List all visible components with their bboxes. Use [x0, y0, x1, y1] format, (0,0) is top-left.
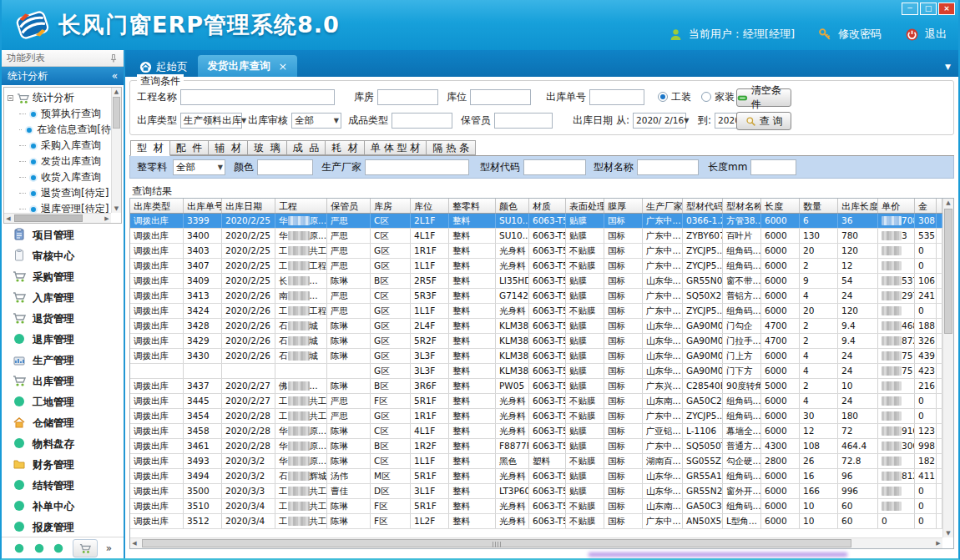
cart-toolbar-button[interactable] [73, 539, 98, 557]
length-input[interactable] [750, 159, 796, 175]
column-header[interactable]: 库位 [411, 199, 449, 213]
scroll-up-icon[interactable]: ▲ [112, 88, 121, 96]
sidebar-item-clipboard[interactable]: 项目管理 [2, 225, 124, 246]
close-button[interactable]: × [938, 3, 955, 15]
table-row[interactable]: 调拨出库34372020/2/27佛...陈琳B区3R6F整料PW056063-… [130, 379, 942, 394]
green-dot-icon[interactable] [53, 542, 64, 554]
logout-link[interactable]: 退出 [925, 27, 947, 42]
sidebar-item-dot[interactable]: 补单中心 [2, 497, 124, 517]
column-header[interactable]: 数量 [800, 199, 838, 213]
table-row[interactable]: 调拨出库34282020/2/26石城陈琳G区2L4F整料KLM38176063… [130, 319, 942, 334]
radio-gongzhuang[interactable]: 工装 [658, 90, 691, 104]
sidebar-item-dot[interactable]: 物料盘存 [2, 434, 124, 455]
column-header[interactable]: 出库单号 [184, 199, 222, 213]
location-input[interactable] [470, 89, 531, 105]
tree-item[interactable]: 采购入库查询 [8, 138, 111, 154]
column-header[interactable]: 膜厚 [604, 199, 643, 213]
radio-jiazhuang[interactable]: 家装 [701, 90, 735, 104]
column-header[interactable]: 长度 [761, 199, 800, 213]
tree-item[interactable]: 发货出库查询 [8, 154, 111, 169]
change-password-link[interactable]: 修改密码 [838, 27, 882, 42]
product-type-input[interactable] [392, 113, 452, 129]
column-header[interactable]: 库房 [371, 199, 411, 213]
tab-close-icon[interactable]: × [279, 60, 288, 73]
scroll-up-icon[interactable]: ▲ [943, 199, 953, 207]
sidebar-item-doc[interactable]: 审核中心 [2, 246, 124, 267]
column-header[interactable]: 出库日期 [222, 199, 275, 213]
outbound-type-select[interactable]: 生产领料出库▼ [180, 113, 242, 129]
column-header[interactable]: 出库长度 [838, 199, 878, 213]
sidebar-item-chart[interactable]: 生产管理 [2, 351, 124, 371]
column-header[interactable]: 表面处理 [566, 199, 604, 213]
more-chevron-icon[interactable]: » [106, 544, 112, 552]
profile-name-input[interactable] [637, 159, 699, 175]
warehouse-input[interactable] [377, 89, 438, 105]
column-header[interactable]: 材质 [529, 199, 566, 213]
tree-vertical-scrollbar[interactable]: ▲ ▼ [111, 88, 121, 213]
zhengling-select[interactable]: 全部▼ [173, 159, 225, 175]
green-dot-icon[interactable] [13, 542, 25, 554]
column-header[interactable]: 工程 [275, 199, 327, 213]
tab-outbound-query[interactable]: 发货出库查询 × [198, 55, 298, 77]
scrollbar-thumb[interactable] [142, 539, 851, 547]
material-tab[interactable]: 型 材 [130, 140, 170, 156]
sidebar-item-cart[interactable]: 出库管理 [2, 371, 124, 392]
maximize-button[interactable]: □ [920, 3, 937, 15]
table-row[interactable]: 调拨出库34072020/2/25工工程严思G区1L1F整料光身料6063-T5… [130, 259, 942, 274]
scroll-right-icon[interactable]: ▶ [103, 214, 111, 224]
sidebar-item-dot[interactable]: 退库管理 [2, 330, 124, 351]
table-row[interactable]: 调拨出库34582020/2/28华原...陈琳C区4L1F整料光身料6063-… [130, 424, 942, 439]
scroll-down-icon[interactable]: ▼ [112, 204, 121, 213]
audit-select[interactable]: 全部▼ [291, 113, 341, 129]
color-input[interactable] [257, 159, 313, 175]
profile-code-input[interactable] [523, 159, 586, 175]
column-header[interactable]: 型材代码 [683, 199, 723, 213]
green-dot-icon[interactable] [33, 542, 45, 554]
table-row[interactable]: G区3L3F整料KLM38176063-T5贴膜国标山东华...GA90M09.… [130, 364, 942, 379]
minimize-button[interactable]: ─ [902, 3, 918, 15]
table-row[interactable]: 调拨出库35102020/3/4工共工程陈琳F区5R1F整料光身料6063-T5… [130, 499, 942, 514]
table-row[interactable]: 调拨出库34612020/2/28华原...陈琳B区1R2F整料F8877FT6… [130, 439, 942, 454]
table-vertical-scrollbar[interactable]: ▲ ▼ [942, 199, 953, 537]
sidebar-item-dot[interactable]: 工地管理 [2, 392, 124, 413]
tree-expand-icon[interactable] [8, 95, 13, 101]
table-row[interactable]: 调拨出库35122020/3/4工共工程陈琳F区1L2F整料光身料6063-T5… [130, 514, 942, 529]
table-row[interactable]: 调拨出库34092020/2/25长...陈琳B区2R5F整料LI35HD606… [130, 274, 942, 289]
table-row[interactable]: 调拨出库33992020/2/25华原...严思C区2L1F整料SU10...6… [130, 214, 942, 229]
material-tab[interactable]: 玻 璃 [248, 140, 287, 155]
tree-item[interactable]: 预算执行查询 [8, 106, 111, 122]
scroll-down-icon[interactable]: ▼ [943, 529, 953, 537]
column-header[interactable]: 出库类型 [130, 199, 184, 213]
column-header[interactable]: 单价 [878, 199, 915, 213]
tree-item[interactable]: 退库管理[待定] [8, 201, 111, 213]
date-from-select[interactable]: 2020/ 2/16▼ [633, 113, 686, 129]
order-no-input[interactable] [589, 89, 644, 105]
material-tab[interactable]: 辅 材 [209, 140, 248, 155]
sidebar-item-cart[interactable]: 采购管理 [2, 267, 124, 288]
tree-item[interactable]: 收货入库查询 [8, 169, 111, 185]
table-row[interactable]: 调拨出库35002020/3/3工共工程曹佳D区3L1F整料LT3P606063… [130, 484, 942, 499]
search-button[interactable]: 查 询 [736, 112, 791, 130]
table-row[interactable]: 调拨出库34002020/2/25华原...严思C区4L1F整料SU10...6… [130, 229, 942, 244]
keeper-input[interactable] [494, 113, 553, 129]
table-row[interactable]: 调拨出库34542020/2/28工共工程严思G区1R1F整料光身料6063-T… [130, 409, 942, 424]
tree-item[interactable]: 在途信息查询[待 [8, 122, 111, 138]
sidebar-item-home[interactable]: 仓储管理 [2, 413, 124, 434]
stats-panel-header[interactable]: 统计分析 « [2, 67, 124, 85]
scroll-left-icon[interactable]: ◀ [130, 538, 139, 549]
clear-conditions-button[interactable]: 清空条件 [736, 88, 791, 107]
table-row[interactable]: 调拨出库34452020/2/27工共工程严思F区5R1F整料光身料6063-T… [130, 394, 942, 409]
column-header[interactable]: 生产厂家 [643, 199, 683, 213]
sidebar-item-cart[interactable]: 入库管理 [2, 288, 124, 309]
scroll-left-icon[interactable]: ◀ [4, 214, 13, 224]
tab-overflow-icon[interactable]: ▼ [945, 63, 951, 71]
sidebar-item-cart[interactable]: 退货管理 [2, 309, 124, 330]
table-row[interactable]: 调拨出库34132020/2/26南...严思C区5R3F整料G71422606… [130, 289, 942, 304]
material-tab[interactable]: 耗 材 [326, 140, 365, 155]
pin-icon[interactable] [109, 53, 119, 63]
tree-item[interactable]: 退货查询[待定] [8, 185, 111, 201]
table-row[interactable]: 调拨出库34302020/2/26石城陈琳G区3L3F整料KLM38176063… [130, 349, 942, 364]
material-tab[interactable]: 隔 热 条 [427, 140, 476, 155]
column-header[interactable]: 金 [915, 199, 937, 213]
sidebar-item-dot[interactable]: 结转管理 [2, 476, 124, 497]
